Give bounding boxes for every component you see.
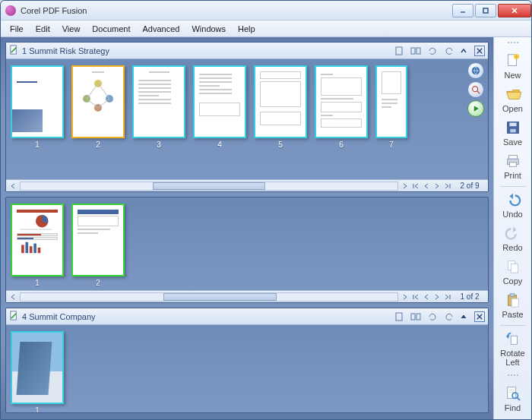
view-multi-icon[interactable]: [409, 311, 423, 323]
doc-title: 4 Summit Company: [22, 312, 389, 321]
svg-rect-46: [511, 336, 517, 344]
undo-button[interactable]: Undo: [496, 190, 530, 222]
svg-rect-1: [483, 8, 488, 13]
svg-line-12: [477, 91, 480, 94]
redo-button[interactable]: Redo: [496, 223, 530, 255]
save-button[interactable]: Save: [496, 118, 530, 150]
prev-page-button[interactable]: [421, 292, 432, 302]
paste-button[interactable]: Paste: [496, 290, 530, 322]
scroll-right-button[interactable]: [400, 292, 410, 302]
edit-document-icon: [9, 311, 19, 322]
last-page-button[interactable]: [442, 292, 453, 302]
menu-edit[interactable]: Edit: [30, 23, 56, 35]
side-label: Copy: [503, 276, 523, 286]
svg-line-51: [517, 398, 520, 401]
open-button[interactable]: Open: [496, 84, 530, 116]
sidebar: New Open Save Print Undo Redo Copy Paste…: [493, 37, 531, 419]
next-page-button[interactable]: [432, 292, 442, 302]
svg-point-11: [473, 87, 478, 92]
side-label: Redo: [502, 243, 522, 252]
svg-line-19: [87, 99, 98, 108]
float-zoom-icon[interactable]: [467, 81, 484, 98]
page-thumb[interactable]: [375, 65, 407, 138]
svg-rect-30: [416, 314, 420, 320]
grip-icon: [500, 374, 526, 379]
copy-button[interactable]: Copy: [496, 257, 530, 289]
menubar: File Edit View Document Advanced Windows…: [1, 21, 531, 37]
menu-advanced[interactable]: Advanced: [137, 23, 186, 35]
float-play-icon[interactable]: [467, 100, 484, 117]
svg-rect-36: [509, 123, 516, 127]
panel-collapse-icon[interactable]: [459, 46, 468, 55]
h-scrollbar[interactable]: [20, 292, 398, 302]
svg-rect-42: [511, 264, 518, 273]
menu-document[interactable]: Document: [86, 23, 136, 35]
side-label: Open: [502, 104, 523, 113]
side-label: Rotate Left: [496, 349, 530, 367]
last-page-button[interactable]: [442, 181, 453, 191]
view-single-icon[interactable]: [392, 311, 406, 323]
page-thumb[interactable]: [11, 65, 64, 138]
svg-rect-22: [21, 245, 24, 253]
side-label: Undo: [502, 210, 522, 219]
rotate2-icon[interactable]: [442, 311, 456, 323]
thumb-label: 6: [339, 141, 344, 149]
side-label: Paste: [502, 310, 523, 319]
panel-close-button[interactable]: [474, 311, 485, 322]
prev-page-button[interactable]: [421, 181, 432, 191]
menu-windows[interactable]: Windows: [185, 23, 232, 35]
page-thumb[interactable]: [11, 331, 64, 404]
minimize-button[interactable]: [452, 4, 473, 17]
scroll-left-button[interactable]: [8, 292, 18, 302]
scroll-left-button[interactable]: [8, 181, 18, 191]
svg-rect-7: [416, 48, 420, 54]
edit-document-icon: [9, 45, 19, 56]
svg-rect-37: [510, 129, 515, 133]
page-thumb[interactable]: [71, 204, 125, 276]
page-thumb[interactable]: [254, 65, 307, 138]
h-scrollbar[interactable]: [20, 182, 398, 191]
titlebar: Corel PDF Fusion: [1, 1, 531, 21]
thumb-label: 3: [157, 141, 161, 149]
svg-rect-45: [511, 298, 518, 307]
print-button[interactable]: Print: [496, 151, 530, 183]
grip-icon: [500, 42, 526, 46]
new-button[interactable]: New: [496, 51, 530, 83]
menu-help[interactable]: Help: [232, 23, 261, 35]
view-multi-icon[interactable]: [409, 45, 423, 57]
rotate2-icon[interactable]: [442, 45, 456, 57]
view-single-icon[interactable]: [392, 45, 406, 57]
menu-file[interactable]: File: [4, 23, 30, 35]
thumb-label: 2: [96, 279, 100, 287]
svg-line-17: [87, 84, 98, 99]
page-thumb[interactable]: [11, 204, 64, 276]
page-thumb-selected[interactable]: [71, 65, 125, 138]
close-button[interactable]: [498, 4, 531, 17]
side-label: Print: [504, 171, 521, 180]
first-page-button[interactable]: [410, 292, 421, 302]
svg-rect-25: [33, 244, 36, 254]
page-indicator: 2 of 9: [453, 182, 486, 190]
panel-float-controls: [467, 62, 484, 117]
panel-close-button[interactable]: [474, 46, 485, 56]
svg-line-18: [98, 84, 109, 99]
next-page-button[interactable]: [432, 181, 442, 191]
rotate-icon[interactable]: [426, 311, 439, 323]
page-thumb[interactable]: [315, 65, 368, 138]
panel-collapse-icon[interactable]: [459, 312, 468, 321]
rotate-left-button[interactable]: Rotate Left: [496, 329, 530, 370]
menu-view[interactable]: View: [56, 23, 87, 35]
app-title: Corel PDF Fusion: [21, 6, 451, 15]
side-label: Save: [503, 137, 522, 147]
doc-panel-2: 1 2 1 of 2: [5, 197, 489, 303]
maximize-button[interactable]: [475, 4, 496, 17]
page-thumb[interactable]: [193, 65, 246, 138]
float-world-icon[interactable]: [467, 62, 484, 79]
page-thumb[interactable]: [132, 65, 185, 138]
scroll-right-button[interactable]: [400, 181, 410, 191]
find-button[interactable]: Find: [496, 384, 530, 415]
svg-rect-23: [26, 242, 29, 253]
main-area: 1 Summit Risk Strategy 1 2: [1, 37, 493, 419]
first-page-button[interactable]: [410, 181, 421, 191]
rotate-icon[interactable]: [426, 45, 439, 57]
